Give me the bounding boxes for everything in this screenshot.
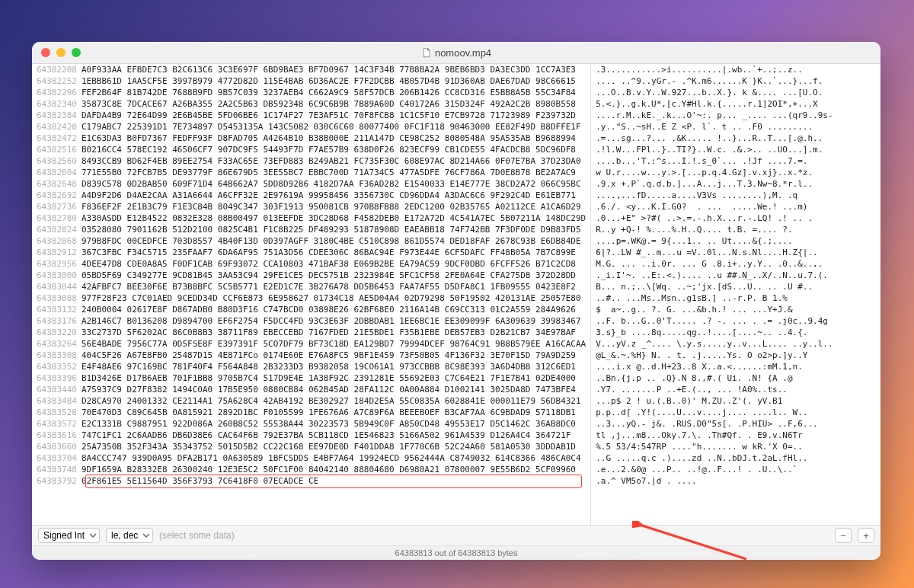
zoom-out-button[interactable]: −: [835, 528, 852, 543]
window-title: nomoov.mp4: [32, 47, 880, 59]
zoom-in-button[interactable]: +: [858, 528, 874, 543]
hex-editor-window: nomoov.mp4 64382208 64382252 64382296 64…: [32, 42, 880, 560]
titlebar: nomoov.mp4: [32, 42, 880, 64]
ascii-column[interactable]: .3...........>i..........|.wb..`+..;..z.…: [590, 64, 833, 525]
status-text: 64383813 out of 64383813 bytes: [395, 548, 518, 558]
endian-select[interactable]: le, dec: [106, 528, 153, 543]
hex-view[interactable]: 64382208 64382252 64382296 64382340 6438…: [32, 64, 880, 525]
hex-column[interactable]: A0F933AA EFBDE7C3 B2C613C6 3C3E697F 6BD9…: [81, 64, 590, 525]
footer-bar: Signed Int le, dec (select some data) − …: [32, 525, 880, 545]
document-icon: [421, 47, 432, 58]
status-bar: 64383813 out of 64383813 bytes: [32, 545, 880, 560]
window-title-text: nomoov.mp4: [435, 47, 491, 59]
format-select[interactable]: Signed Int: [38, 528, 100, 543]
offset-column: 64382208 64382252 64382296 64382340 6438…: [32, 64, 81, 525]
selection-hint: (select some data): [159, 530, 235, 541]
